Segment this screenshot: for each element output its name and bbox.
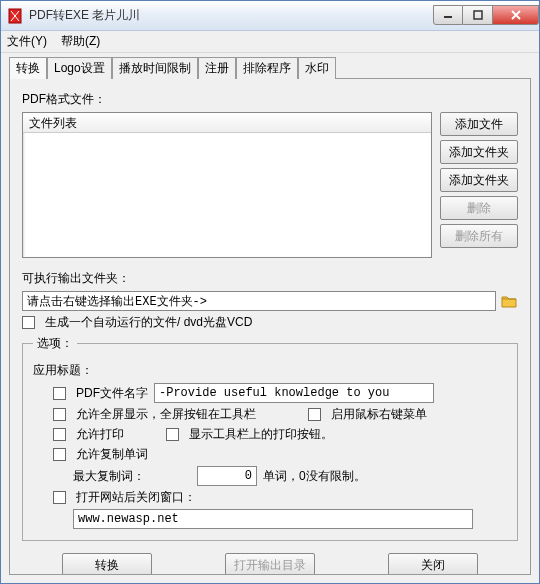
max-copy-label: 最大复制词：	[73, 468, 145, 485]
fullscreen-checkbox[interactable]	[53, 408, 66, 421]
autorun-label: 生成一个自动运行的文件/ dvd光盘VCD	[45, 314, 252, 331]
autorun-checkbox[interactable]	[22, 316, 35, 329]
add-folder-button-2[interactable]: 添加文件夹	[440, 168, 518, 192]
max-copy-input[interactable]	[197, 466, 257, 486]
delete-all-button[interactable]: 删除所有	[440, 224, 518, 248]
tab-register[interactable]: 注册	[198, 57, 236, 79]
close-app-button[interactable]: 关闭	[388, 553, 478, 575]
window-buttons	[433, 6, 539, 25]
options-legend: 选项：	[33, 335, 77, 352]
close-web-row: 打开网站后关闭窗口：	[53, 489, 507, 506]
output-folder-label: 可执行输出文件夹：	[22, 270, 518, 287]
browse-folder-icon[interactable]	[500, 292, 518, 310]
minimize-button[interactable]	[433, 5, 463, 25]
website-url-input[interactable]	[73, 509, 473, 529]
add-file-button[interactable]: 添加文件	[440, 112, 518, 136]
menu-help[interactable]: 帮助(Z)	[61, 33, 100, 50]
pdf-files-label: PDF格式文件：	[22, 91, 518, 108]
print-row: 允许打印 显示工具栏上的打印按钮。	[53, 426, 507, 443]
pdf-name-input[interactable]	[154, 383, 434, 403]
fullscreen-row: 允许全屏显示，全屏按钮在工具栏 启用鼠标右键菜单	[53, 406, 507, 423]
close-after-web-label: 打开网站后关闭窗口：	[76, 489, 196, 506]
close-button[interactable]	[493, 5, 539, 25]
allow-print-checkbox[interactable]	[53, 428, 66, 441]
tab-exclude[interactable]: 排除程序	[236, 57, 298, 79]
convert-button[interactable]: 转换	[62, 553, 152, 575]
allow-copy-checkbox[interactable]	[53, 448, 66, 461]
maximize-button[interactable]	[463, 5, 493, 25]
tab-convert[interactable]: 转换	[9, 57, 47, 79]
max-copy-row: 最大复制词： 单词，0没有限制。	[73, 466, 507, 486]
tab-panel-convert: PDF格式文件： 文件列表 添加文件 添加文件夹 添加文件夹 删除 删除所有 可…	[9, 78, 531, 575]
pdf-name-row: PDF文件名字	[53, 383, 507, 403]
close-after-web-checkbox[interactable]	[53, 491, 66, 504]
add-folder-button-1[interactable]: 添加文件夹	[440, 140, 518, 164]
tab-time-limit[interactable]: 播放时间限制	[112, 57, 198, 79]
tab-watermark[interactable]: 水印	[298, 57, 336, 79]
pdf-name-checkbox[interactable]	[53, 387, 66, 400]
fullscreen-label: 允许全屏显示，全屏按钮在工具栏	[76, 406, 256, 423]
show-print-btn-checkbox[interactable]	[166, 428, 179, 441]
menu-file[interactable]: 文件(Y)	[7, 33, 47, 50]
app-window: PDF转EXE 老片儿川 文件(Y) 帮助(Z) 转换 Logo设置 播放时间限…	[0, 0, 540, 584]
file-list-header: 文件列表	[23, 113, 431, 133]
file-list[interactable]: 文件列表	[22, 112, 432, 258]
allow-copy-label: 允许复制单词	[76, 446, 148, 463]
output-path-row	[22, 291, 518, 311]
file-buttons: 添加文件 添加文件夹 添加文件夹 删除 删除所有	[440, 112, 518, 258]
svg-rect-2	[474, 11, 482, 19]
file-list-area: 文件列表 添加文件 添加文件夹 添加文件夹 删除 删除所有	[22, 112, 518, 258]
rightclick-label: 启用鼠标右键菜单	[331, 406, 427, 423]
autorun-row: 生成一个自动运行的文件/ dvd光盘VCD	[22, 314, 518, 331]
footer-buttons: 转换 打开输出目录 关闭	[22, 541, 518, 575]
window-title: PDF转EXE 老片儿川	[29, 7, 433, 24]
client-area: 转换 Logo设置 播放时间限制 注册 排除程序 水印 PDF格式文件： 文件列…	[1, 53, 539, 583]
options-group: 选项： 应用标题： PDF文件名字 允许全屏显示，全屏按钮在工具栏 启用鼠标右键…	[22, 335, 518, 541]
titlebar: PDF转EXE 老片儿川	[1, 1, 539, 31]
app-title-label: 应用标题：	[33, 362, 507, 379]
open-output-button[interactable]: 打开输出目录	[225, 553, 315, 575]
copy-row: 允许复制单词	[53, 446, 507, 463]
allow-print-label: 允许打印	[76, 426, 124, 443]
delete-button[interactable]: 删除	[440, 196, 518, 220]
tab-logo[interactable]: Logo设置	[47, 57, 112, 79]
tab-strip: 转换 Logo设置 播放时间限制 注册 排除程序 水印	[9, 57, 531, 79]
show-print-btn-label: 显示工具栏上的打印按钮。	[189, 426, 333, 443]
max-copy-suffix: 单词，0没有限制。	[263, 468, 366, 485]
url-row	[73, 509, 507, 529]
output-path-input[interactable]	[22, 291, 496, 311]
menubar: 文件(Y) 帮助(Z)	[1, 31, 539, 53]
rightclick-checkbox[interactable]	[308, 408, 321, 421]
pdf-name-label: PDF文件名字	[76, 385, 148, 402]
app-icon	[7, 8, 23, 24]
